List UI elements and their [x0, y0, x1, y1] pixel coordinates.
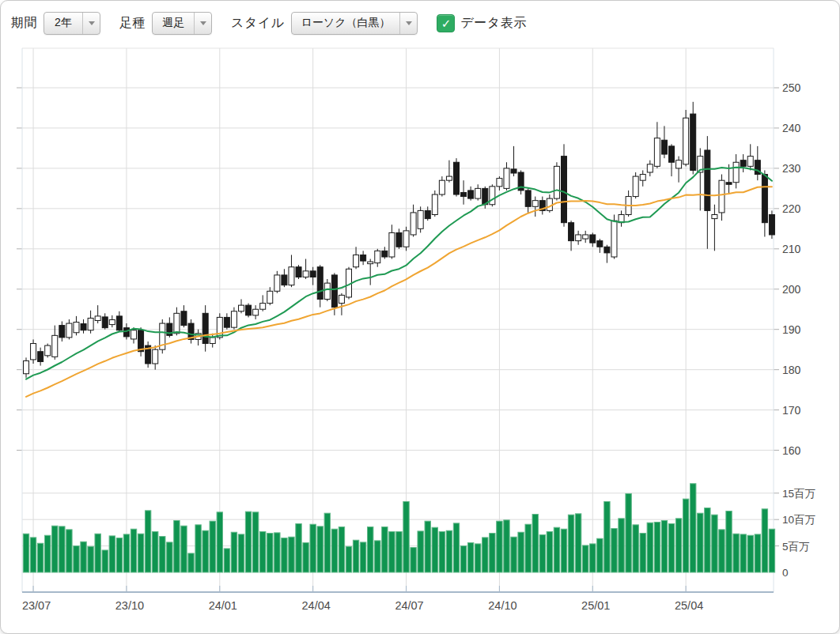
volume-bar [289, 537, 294, 572]
ma-long-line [26, 187, 772, 397]
volume-bar [74, 546, 79, 572]
volume-bar [475, 544, 481, 572]
x-tick-label: 24/01 [209, 599, 237, 612]
candle-body [755, 160, 760, 175]
candle-body [497, 179, 502, 187]
chevron-down-icon[interactable] [399, 13, 417, 34]
volume-bar [81, 542, 86, 572]
candle-body [224, 317, 229, 327]
price-tick-label: 200 [782, 283, 801, 296]
volume-bar [453, 523, 459, 572]
candle-body [554, 166, 559, 198]
x-tick-label: 25/04 [675, 599, 703, 612]
volume-bar [181, 526, 187, 572]
candle-body [562, 157, 567, 223]
volume-bar [490, 534, 495, 572]
candle-body [504, 168, 509, 188]
volume-bar [675, 519, 681, 572]
volume-bar [375, 541, 380, 572]
volume-bar [95, 534, 100, 572]
checkmark-icon: ✓ [441, 17, 452, 29]
volume-bar [59, 526, 65, 572]
candle-body [146, 345, 151, 364]
candle-body [403, 231, 409, 247]
x-tick-label: 24/07 [395, 599, 423, 612]
volume-bar [532, 515, 538, 572]
candle-body [231, 311, 236, 327]
stock-chart-widget: 25024023022021020019018017016015百万10百万5百… [0, 0, 840, 634]
candle-body [361, 255, 366, 261]
volume-bar [712, 515, 717, 572]
volume-bar [195, 525, 201, 572]
candle-body [24, 360, 29, 373]
volume-bar [626, 493, 631, 572]
candle-body [626, 197, 631, 215]
volume-bar [324, 513, 330, 572]
period-dropdown[interactable]: 2年 [44, 12, 100, 35]
volume-bar [446, 530, 452, 572]
volume-bar [568, 515, 573, 572]
candle-body [590, 235, 596, 243]
volume-bar [654, 523, 660, 572]
volume-bar [467, 543, 473, 572]
volume-bar [733, 534, 739, 572]
candle-body [354, 255, 359, 266]
candle-body [633, 176, 638, 196]
candle-body [683, 118, 689, 164]
data-display-checkbox[interactable]: ✓ [437, 14, 455, 32]
volume-bar [525, 524, 531, 572]
volume-tick-label: 15百万 [782, 488, 815, 500]
candlestick-volume-chart: 25024023022021020019018017016015百万10百万5百… [1, 1, 839, 633]
volume-bar [260, 532, 266, 572]
candle-body [324, 283, 330, 299]
candle-body [525, 191, 531, 206]
chevron-down-icon[interactable] [194, 13, 211, 34]
volume-bar [460, 546, 466, 572]
volume-bar [238, 534, 244, 572]
chevron-down-icon[interactable] [82, 13, 100, 34]
volume-bar [583, 545, 588, 572]
volume-bar [267, 534, 273, 572]
volume-bar [331, 529, 337, 572]
candle-body [640, 175, 645, 181]
volume-bar [360, 542, 365, 572]
price-tick-label: 180 [782, 364, 801, 376]
candle-body [109, 319, 115, 324]
volume-bar [116, 538, 122, 572]
volume-bar [683, 499, 688, 572]
volume-bar [425, 521, 430, 572]
style-dropdown[interactable]: ローソク（白黒） [291, 12, 418, 35]
volume-bar [231, 532, 236, 572]
candle-body [712, 214, 717, 218]
candle-body [303, 271, 308, 277]
candle-body [425, 210, 430, 218]
candle-body [719, 180, 725, 213]
candle-body [490, 187, 495, 205]
volume-bar [619, 519, 624, 572]
volume-bar [411, 548, 416, 572]
volume-bar [296, 524, 301, 572]
candle-body [310, 271, 316, 277]
volume-bar [102, 550, 108, 572]
volume-bar [640, 534, 645, 572]
candle-body [195, 334, 201, 340]
price-tick-label: 170 [782, 404, 801, 417]
candle-body [691, 114, 696, 170]
candle-body [296, 267, 301, 277]
volume-bar [518, 532, 524, 572]
chart-toolbar: 期間 2年 足種 週足 スタイル ローソク（白黒） ✓ データ表示 [1, 1, 839, 45]
candle-body [769, 214, 774, 234]
bar-type-dropdown[interactable]: 週足 [152, 12, 212, 35]
candle-body [740, 160, 746, 167]
candle-body [181, 311, 187, 326]
volume-bar [252, 512, 258, 572]
volume-bar [224, 549, 229, 572]
candle-body [762, 175, 767, 223]
candle-body [52, 335, 58, 357]
volume-bar [698, 513, 703, 572]
candle-body [418, 210, 423, 228]
candle-body [532, 201, 538, 207]
volume-bar [575, 514, 581, 572]
candle-body [446, 176, 452, 180]
volume-bar [167, 542, 172, 572]
